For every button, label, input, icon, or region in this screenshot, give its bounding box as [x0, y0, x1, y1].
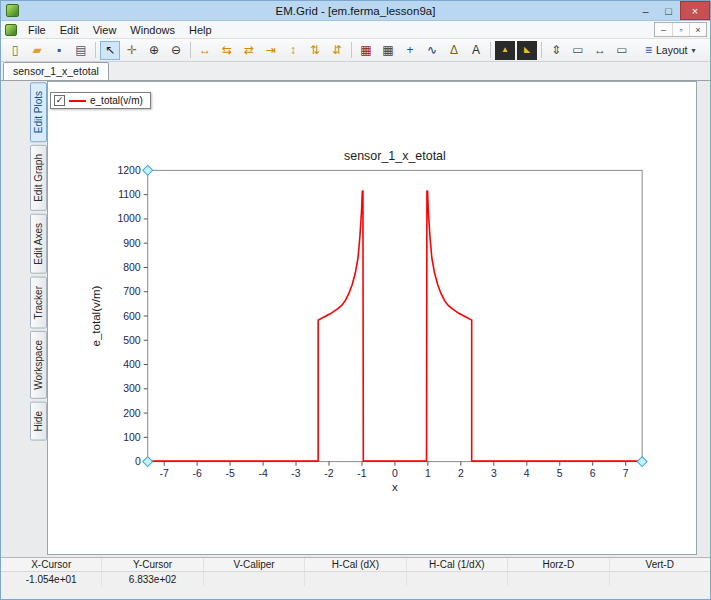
toolbar-separator	[541, 42, 542, 58]
status-bar: X-Cursor Y-Cursor V-Caliper H-Cal (dX) H…	[1, 557, 710, 586]
toolbar: ▯▰▪▤↖✛⊕⊖↔⇆⇄⇥↕⇅⇵▦▦+∿ΔA▲◣⇕▭↔▭	[4, 41, 633, 60]
chart-ylabel: e_total(v/m)	[90, 285, 102, 346]
status-value-x-cursor: -1.054e+01	[1, 572, 102, 586]
window-controls: – □ ×	[634, 1, 710, 20]
status-value-v-caliper	[204, 572, 305, 586]
x-tick-label: -5	[225, 467, 234, 479]
chart-svg: 0100200300400500600700800900100011001200…	[48, 82, 696, 554]
toolbar-separator	[351, 42, 352, 58]
menu-help[interactable]: Help	[182, 22, 219, 38]
status-value-vert-d	[610, 572, 710, 586]
sidebar-item-workspace[interactable]: Workspace	[30, 331, 47, 399]
legend-line-swatch	[69, 100, 86, 102]
compress-y-icon[interactable]: ⇵	[327, 41, 347, 60]
status-values-row: -1.054e+01 6.833e+02	[1, 572, 710, 586]
zoom-in-icon[interactable]: ⊕	[144, 41, 164, 60]
x-tick-label: -1	[357, 467, 366, 479]
sidebar-item-edit-graph[interactable]: Edit Graph	[30, 145, 47, 211]
x-tick-label: 1	[425, 467, 431, 479]
new-file-icon[interactable]: ▯	[5, 41, 25, 60]
window-title: EM.Grid - [em.ferma_lesson9a]	[1, 5, 710, 17]
y-tick-label: 500	[123, 334, 141, 346]
document-icon	[5, 24, 17, 36]
window-resize-strip	[1, 586, 710, 599]
status-labels-row: X-Cursor Y-Cursor V-Caliper H-Cal (dX) H…	[1, 558, 710, 572]
caliper-box-icon[interactable]: ▭	[568, 41, 588, 60]
curve-tracker-icon[interactable]: ∿	[422, 41, 442, 60]
y-tick-label: 600	[123, 309, 141, 321]
plot-area[interactable]	[148, 170, 642, 461]
status-label-vert-d: Vert-D	[610, 558, 710, 571]
x-tick-label: 5	[557, 467, 563, 479]
print-icon[interactable]: ▤	[71, 41, 91, 60]
chart-title: sensor_1_x_etotal	[344, 149, 446, 163]
select-cursor-icon[interactable]: ↖	[100, 41, 120, 60]
maximize-button[interactable]: □	[657, 1, 680, 20]
pan-hand-icon[interactable]: ✛	[122, 41, 142, 60]
image-export-icon[interactable]: ▲	[495, 41, 515, 60]
layout-label: Layout	[656, 44, 688, 56]
y-tick-label: 200	[123, 407, 141, 419]
y-tick-label: 900	[123, 237, 141, 249]
tab-sensor-1-x-etotal[interactable]: sensor_1_x_etotal	[3, 62, 109, 80]
grid-settings-icon[interactable]: ▦	[356, 41, 376, 60]
legend-label: e_total(v/m)	[90, 95, 143, 106]
save-icon[interactable]: ▪	[49, 41, 69, 60]
main-content: Edit PlotsEdit GraphEdit AxesTrackerWork…	[1, 81, 710, 557]
x-tick-label: -7	[160, 467, 169, 479]
pan-x-icon[interactable]: ⇆	[217, 41, 237, 60]
caliper-horizontal-icon[interactable]: ↔	[590, 41, 610, 60]
delta-measure-icon[interactable]: Δ	[444, 41, 464, 60]
document-tabstrip: sensor_1_x_etotal	[1, 62, 710, 81]
app-window: EM.Grid - [em.ferma_lesson9a] – □ × File…	[0, 0, 711, 600]
x-tick-label: -6	[192, 467, 201, 479]
menu-edit[interactable]: Edit	[53, 22, 86, 38]
toolbar-separator	[490, 42, 491, 58]
sidebar-item-tracker[interactable]: Tracker	[30, 277, 47, 329]
y-tick-label: 400	[123, 358, 141, 370]
zoom-out-icon[interactable]: ⊖	[166, 41, 186, 60]
app-icon	[6, 4, 19, 17]
mdi-restore-button[interactable]: ▫	[672, 23, 689, 36]
x-tick-label: -2	[324, 467, 333, 479]
plot-legend: ✓ e_total(v/m)	[50, 92, 151, 109]
status-label-horz-d: Horz-D	[508, 558, 609, 571]
y-tick-label: 800	[123, 261, 141, 273]
toolbar-row: ▯▰▪▤↖✛⊕⊖↔⇆⇄⇥↕⇅⇵▦▦+∿ΔA▲◣⇕▭↔▭ ≡ Layout ▾	[1, 39, 710, 62]
fit-horizontal-icon[interactable]: ↔	[195, 41, 215, 60]
caliper-vertical-icon[interactable]: ⇕	[546, 41, 566, 60]
status-value-y-cursor: 6.833e+02	[102, 572, 203, 586]
sidebar-item-edit-axes[interactable]: Edit Axes	[30, 214, 47, 274]
layout-dropdown[interactable]: ≡ Layout ▾	[637, 40, 704, 60]
status-label-y-cursor: Y-Cursor	[102, 558, 203, 571]
caliper-free-icon[interactable]: ▭	[612, 41, 632, 60]
expand-y-icon[interactable]: ⇅	[305, 41, 325, 60]
status-value-horz-d	[508, 572, 609, 586]
menu-view[interactable]: View	[86, 22, 124, 38]
status-value-h-cal-dx	[305, 572, 406, 586]
add-text-icon[interactable]: A	[466, 41, 486, 60]
mdi-minimize-button[interactable]: –	[655, 23, 672, 36]
compress-x-icon[interactable]: ⇥	[261, 41, 281, 60]
sidebar-item-edit-plots[interactable]: Edit Plots	[30, 82, 47, 142]
legend-checkbox[interactable]: ✓	[54, 95, 65, 106]
sidebar-item-hide[interactable]: Hide	[30, 402, 47, 441]
y-tick-label: 0	[135, 455, 141, 467]
toolbar-separator	[190, 42, 191, 58]
image-settings-icon[interactable]: ◣	[517, 41, 537, 60]
expand-x-icon[interactable]: ⇄	[239, 41, 259, 60]
menu-windows[interactable]: Windows	[123, 22, 182, 38]
menu-file[interactable]: File	[21, 22, 53, 38]
status-value-h-cal-1dx	[407, 572, 508, 586]
open-folder-icon[interactable]: ▰	[27, 41, 47, 60]
close-button[interactable]: ×	[680, 1, 710, 20]
y-tick-label: 1000	[117, 212, 140, 224]
sidebar-tabs: Edit PlotsEdit GraphEdit AxesTrackerWork…	[30, 81, 47, 555]
minimize-button[interactable]: –	[634, 1, 657, 20]
mdi-close-button[interactable]: ×	[689, 23, 706, 36]
fit-vertical-icon[interactable]: ↕	[283, 41, 303, 60]
status-label-h-cal-dx: H-Cal (dX)	[305, 558, 406, 571]
data-table-icon[interactable]: ▦	[378, 41, 398, 60]
add-marker-icon[interactable]: +	[400, 41, 420, 60]
toolbar-separator	[95, 42, 96, 58]
